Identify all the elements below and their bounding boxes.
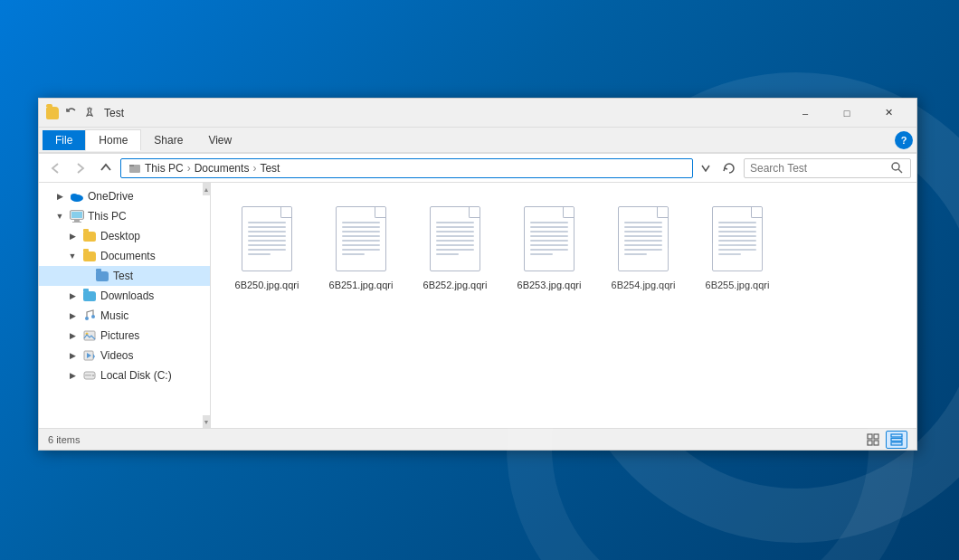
- sidebar-item-onedrive[interactable]: ▶ OneDrive: [39, 186, 210, 206]
- svg-point-20: [92, 375, 94, 376]
- file-item[interactable]: 6B255.jpg.qqri: [692, 197, 783, 297]
- svg-rect-10: [72, 222, 81, 223]
- local-disk-icon: [82, 368, 97, 383]
- maximize-button[interactable]: □: [826, 99, 868, 128]
- doc-corner: [375, 207, 385, 218]
- doc-lines: [248, 222, 286, 258]
- pictures-icon: [82, 328, 97, 343]
- svg-point-12: [85, 317, 89, 320]
- file-item[interactable]: 6B250.jpg.qqri: [222, 197, 312, 297]
- address-dropdown[interactable]: [697, 158, 715, 178]
- music-expander[interactable]: ▶: [66, 309, 79, 322]
- sidebar-item-local-disk[interactable]: ▶ Local Disk (C:): [39, 365, 210, 385]
- tab-view[interactable]: View: [195, 130, 244, 150]
- file-icon: [332, 203, 390, 275]
- view-controls: [862, 431, 907, 449]
- downloads-expander[interactable]: ▶: [66, 289, 79, 302]
- local-disk-expander[interactable]: ▶: [66, 369, 79, 382]
- file-icon: [708, 203, 766, 275]
- path-sep-1: ›: [187, 162, 191, 175]
- sidebar-item-test[interactable]: Test: [39, 266, 210, 286]
- sidebar-label-downloads: Downloads: [100, 289, 154, 302]
- title-bar-pin-icon: [82, 106, 97, 120]
- status-bar: 6 items: [39, 428, 916, 450]
- svg-rect-21: [85, 375, 91, 376]
- tab-share[interactable]: Share: [141, 130, 195, 150]
- help-button[interactable]: ?: [895, 131, 913, 149]
- sidebar-item-videos[interactable]: ▶ Videos: [39, 346, 210, 365]
- refresh-button[interactable]: [718, 157, 740, 179]
- documents-icon: [82, 249, 97, 263]
- main-area: ▲ ▶ OneDrive ▼ This PC ▶: [39, 183, 916, 428]
- sidebar: ▲ ▶ OneDrive ▼ This PC ▶: [39, 183, 211, 428]
- grid-view-button[interactable]: [862, 431, 884, 449]
- file-name: 6B252.jpg.qqri: [423, 279, 488, 291]
- back-button[interactable]: [44, 157, 66, 179]
- scroll-down-indicator[interactable]: ▼: [203, 415, 210, 428]
- file-icon: [238, 203, 296, 275]
- file-name: 6B250.jpg.qqri: [235, 279, 299, 291]
- sidebar-item-music[interactable]: ▶ Music: [39, 306, 210, 326]
- file-icon: [614, 203, 672, 275]
- scroll-up-indicator[interactable]: ▲: [203, 183, 210, 195]
- search-box[interactable]: [744, 158, 911, 178]
- test-folder-icon: [95, 269, 109, 283]
- svg-rect-25: [874, 441, 878, 445]
- close-button[interactable]: ✕: [868, 99, 909, 128]
- doc-lines: [624, 222, 662, 258]
- path-this-pc[interactable]: This PC: [145, 162, 184, 175]
- sidebar-item-downloads[interactable]: ▶ Downloads: [39, 286, 210, 306]
- doc-lines: [718, 222, 756, 258]
- sidebar-item-desktop[interactable]: ▶ Desktop: [39, 226, 210, 246]
- path-test[interactable]: Test: [260, 162, 280, 175]
- file-explorer-window: Test – □ ✕ File Home Share View ? This P…: [38, 98, 917, 451]
- svg-rect-2: [129, 165, 134, 166]
- file-item[interactable]: 6B254.jpg.qqri: [598, 197, 688, 297]
- path-documents[interactable]: Documents: [195, 162, 250, 175]
- search-input[interactable]: [750, 162, 888, 175]
- doc-corner: [469, 207, 480, 218]
- items-count: 6 items: [48, 434, 862, 445]
- tab-home[interactable]: Home: [85, 129, 141, 151]
- tab-file[interactable]: File: [43, 130, 85, 150]
- test-expander: [79, 270, 91, 282]
- svg-rect-27: [891, 438, 902, 441]
- title-bar-icons: [46, 106, 97, 120]
- file-item[interactable]: 6B251.jpg.qqri: [316, 197, 406, 297]
- file-name: 6B253.jpg.qqri: [517, 279, 582, 291]
- file-icon: [426, 203, 484, 275]
- this-pc-expander[interactable]: ▼: [53, 210, 66, 223]
- minimize-button[interactable]: –: [784, 99, 826, 128]
- file-item[interactable]: 6B253.jpg.qqri: [504, 197, 594, 297]
- doc-lines: [342, 222, 380, 258]
- svg-rect-26: [891, 434, 902, 437]
- sidebar-item-this-pc[interactable]: ▼ This PC: [39, 206, 210, 226]
- videos-expander[interactable]: ▶: [66, 349, 79, 362]
- file-item[interactable]: 6B252.jpg.qqri: [410, 197, 500, 297]
- up-button[interactable]: [95, 157, 117, 179]
- title-bar: Test – □ ✕: [39, 99, 916, 128]
- sidebar-label-this-pc: This PC: [88, 210, 127, 223]
- sidebar-item-documents[interactable]: ▼ Documents: [39, 246, 210, 266]
- window-title: Test: [104, 107, 784, 119]
- search-icon[interactable]: [888, 160, 905, 176]
- doc-corner: [657, 207, 668, 218]
- list-view-button[interactable]: [886, 431, 907, 449]
- doc-page: [242, 206, 292, 271]
- documents-expander[interactable]: ▼: [66, 250, 79, 262]
- svg-point-3: [892, 163, 899, 170]
- file-name: 6B255.jpg.qqri: [706, 279, 770, 291]
- address-path[interactable]: This PC › Documents › Test: [120, 158, 693, 178]
- sidebar-label-test: Test: [113, 270, 133, 282]
- forward-button[interactable]: [70, 157, 91, 179]
- sidebar-label-desktop: Desktop: [100, 230, 140, 242]
- music-icon: [82, 308, 97, 323]
- onedrive-expander[interactable]: ▶: [53, 190, 66, 203]
- svg-rect-11: [71, 212, 82, 218]
- doc-lines: [436, 222, 474, 258]
- desktop-expander[interactable]: ▶: [66, 230, 79, 242]
- pictures-expander[interactable]: ▶: [66, 329, 79, 342]
- sidebar-item-pictures[interactable]: ▶ Pictures: [39, 326, 210, 346]
- doc-lines: [530, 222, 568, 258]
- sidebar-label-videos: Videos: [100, 349, 133, 362]
